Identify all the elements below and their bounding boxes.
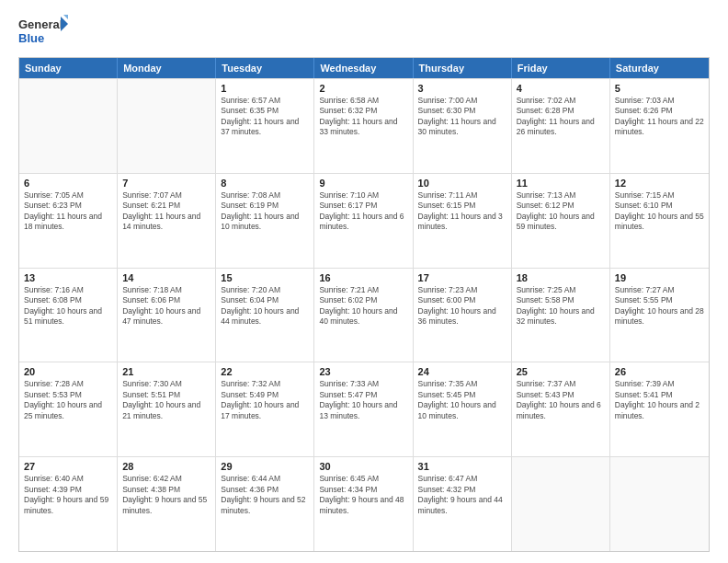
day-number: 1 xyxy=(221,83,309,94)
day-number: 10 xyxy=(418,178,506,189)
cal-cell-4-4: 31 Sunrise: 6:47 AM Sunset: 4:32 PM Dayl… xyxy=(414,457,512,551)
svg-marker-1 xyxy=(61,17,68,31)
daylight: Daylight: 9 hours and 48 minutes. xyxy=(319,495,407,516)
sunset: Sunset: 6:17 PM xyxy=(319,201,407,211)
daylight: Daylight: 11 hours and 6 minutes. xyxy=(319,212,407,233)
day-number: 27 xyxy=(24,461,112,472)
sunset: Sunset: 5:51 PM xyxy=(122,390,210,400)
calendar: Sunday Monday Tuesday Wednesday Thursday… xyxy=(18,57,710,552)
sunset: Sunset: 6:02 PM xyxy=(319,295,407,305)
cal-cell-0-4: 3 Sunrise: 7:00 AM Sunset: 6:30 PM Dayli… xyxy=(414,79,512,173)
sunset: Sunset: 4:38 PM xyxy=(122,485,210,495)
cal-cell-0-6: 5 Sunrise: 7:03 AM Sunset: 6:26 PM Dayli… xyxy=(610,79,709,173)
day-number: 28 xyxy=(122,461,210,472)
cal-cell-2-2: 15 Sunrise: 7:20 AM Sunset: 6:04 PM Dayl… xyxy=(216,269,314,362)
page: General Blue Sunday Monday Tuesday Wedne… xyxy=(0,0,728,563)
sunset: Sunset: 5:55 PM xyxy=(615,295,704,305)
daylight: Daylight: 10 hours and 44 minutes. xyxy=(221,306,309,327)
day-number: 19 xyxy=(615,272,704,283)
day-number: 8 xyxy=(221,178,309,189)
sunset: Sunset: 6:10 PM xyxy=(615,201,704,211)
cal-row-4: 27 Sunrise: 6:40 AM Sunset: 4:39 PM Dayl… xyxy=(19,456,709,551)
cal-cell-3-5: 25 Sunrise: 7:37 AM Sunset: 5:43 PM Dayl… xyxy=(512,362,610,456)
sunrise: Sunrise: 7:27 AM xyxy=(615,285,704,295)
daylight: Daylight: 10 hours and 21 minutes. xyxy=(122,400,210,421)
daylight: Daylight: 10 hours and 2 minutes. xyxy=(615,400,704,421)
daylight: Daylight: 11 hours and 3 minutes. xyxy=(418,212,506,233)
cal-cell-3-4: 24 Sunrise: 7:35 AM Sunset: 5:45 PM Dayl… xyxy=(414,362,512,456)
sunrise: Sunrise: 7:10 AM xyxy=(319,190,407,201)
day-number: 30 xyxy=(319,461,407,472)
day-number: 7 xyxy=(122,178,210,189)
day-number: 11 xyxy=(517,178,605,189)
daylight: Daylight: 11 hours and 10 minutes. xyxy=(221,212,309,233)
cal-cell-4-1: 28 Sunrise: 6:42 AM Sunset: 4:38 PM Dayl… xyxy=(118,457,216,551)
cal-cell-2-3: 16 Sunrise: 7:21 AM Sunset: 6:02 PM Dayl… xyxy=(314,269,413,362)
svg-marker-2 xyxy=(63,15,68,19)
sunset: Sunset: 6:19 PM xyxy=(221,201,309,211)
daylight: Daylight: 9 hours and 59 minutes. xyxy=(24,495,112,516)
sunset: Sunset: 6:06 PM xyxy=(122,295,210,305)
cal-cell-4-6 xyxy=(610,457,709,551)
cal-cell-0-2: 1 Sunrise: 6:57 AM Sunset: 6:35 PM Dayli… xyxy=(216,79,314,173)
day-number: 13 xyxy=(24,272,112,283)
logo-svg: General Blue xyxy=(18,15,74,50)
cal-cell-2-1: 14 Sunrise: 7:18 AM Sunset: 6:06 PM Dayl… xyxy=(118,269,216,362)
cal-cell-0-3: 2 Sunrise: 6:58 AM Sunset: 6:32 PM Dayli… xyxy=(314,79,413,173)
cal-cell-2-4: 17 Sunrise: 7:23 AM Sunset: 6:00 PM Dayl… xyxy=(414,269,512,362)
sunrise: Sunrise: 7:02 AM xyxy=(517,96,605,106)
sunset: Sunset: 6:32 PM xyxy=(319,106,407,116)
day-number: 21 xyxy=(122,366,210,377)
cal-cell-0-5: 4 Sunrise: 7:02 AM Sunset: 6:28 PM Dayli… xyxy=(512,79,610,173)
day-number: 4 xyxy=(517,83,605,94)
cal-cell-2-6: 19 Sunrise: 7:27 AM Sunset: 5:55 PM Dayl… xyxy=(610,269,709,362)
day-number: 22 xyxy=(221,366,309,377)
cal-cell-0-1 xyxy=(118,79,216,173)
sunset: Sunset: 4:36 PM xyxy=(221,485,309,495)
sunrise: Sunrise: 7:25 AM xyxy=(517,285,605,295)
sunrise: Sunrise: 7:20 AM xyxy=(221,285,309,295)
weekday-saturday: Saturday xyxy=(610,58,709,78)
sunset: Sunset: 6:04 PM xyxy=(221,295,309,305)
cal-cell-3-2: 22 Sunrise: 7:32 AM Sunset: 5:49 PM Dayl… xyxy=(216,362,314,456)
daylight: Daylight: 10 hours and 59 minutes. xyxy=(517,212,605,233)
sunset: Sunset: 6:08 PM xyxy=(24,295,112,305)
cal-row-0: 1 Sunrise: 6:57 AM Sunset: 6:35 PM Dayli… xyxy=(19,78,709,173)
daylight: Daylight: 10 hours and 25 minutes. xyxy=(24,400,112,421)
sunset: Sunset: 6:12 PM xyxy=(517,201,605,211)
sunset: Sunset: 4:34 PM xyxy=(319,485,407,495)
cal-cell-3-6: 26 Sunrise: 7:39 AM Sunset: 5:41 PM Dayl… xyxy=(610,362,709,456)
day-number: 2 xyxy=(319,83,407,94)
calendar-body: 1 Sunrise: 6:57 AM Sunset: 6:35 PM Dayli… xyxy=(19,78,709,551)
sunrise: Sunrise: 7:32 AM xyxy=(221,379,309,389)
sunrise: Sunrise: 6:45 AM xyxy=(319,474,407,484)
cal-cell-4-0: 27 Sunrise: 6:40 AM Sunset: 4:39 PM Dayl… xyxy=(19,457,118,551)
sunset: Sunset: 6:26 PM xyxy=(615,106,704,116)
sunset: Sunset: 6:15 PM xyxy=(418,201,506,211)
sunset: Sunset: 6:00 PM xyxy=(418,295,506,305)
daylight: Daylight: 10 hours and 32 minutes. xyxy=(517,306,605,327)
sunrise: Sunrise: 7:08 AM xyxy=(221,190,309,201)
sunset: Sunset: 5:45 PM xyxy=(418,390,506,400)
sunrise: Sunrise: 7:39 AM xyxy=(615,379,704,389)
weekday-monday: Monday xyxy=(118,58,216,78)
cal-cell-3-3: 23 Sunrise: 7:33 AM Sunset: 5:47 PM Dayl… xyxy=(314,362,413,456)
sunset: Sunset: 5:58 PM xyxy=(517,295,605,305)
day-number: 23 xyxy=(319,366,407,377)
daylight: Daylight: 11 hours and 33 minutes. xyxy=(319,117,407,138)
day-number: 6 xyxy=(24,178,112,189)
day-number: 26 xyxy=(615,366,704,377)
weekday-tuesday: Tuesday xyxy=(216,58,314,78)
cal-cell-2-0: 13 Sunrise: 7:16 AM Sunset: 6:08 PM Dayl… xyxy=(19,269,118,362)
sunrise: Sunrise: 6:58 AM xyxy=(319,96,407,106)
cal-cell-4-2: 29 Sunrise: 6:44 AM Sunset: 4:36 PM Dayl… xyxy=(216,457,314,551)
sunset: Sunset: 6:23 PM xyxy=(24,201,112,211)
day-number: 17 xyxy=(418,272,506,283)
cal-cell-4-3: 30 Sunrise: 6:45 AM Sunset: 4:34 PM Dayl… xyxy=(314,457,413,551)
sunrise: Sunrise: 7:15 AM xyxy=(615,190,704,201)
sunrise: Sunrise: 7:11 AM xyxy=(418,190,506,201)
daylight: Daylight: 11 hours and 26 minutes. xyxy=(517,117,605,138)
daylight: Daylight: 10 hours and 51 minutes. xyxy=(24,306,112,327)
weekday-wednesday: Wednesday xyxy=(314,58,413,78)
day-number: 24 xyxy=(418,366,506,377)
